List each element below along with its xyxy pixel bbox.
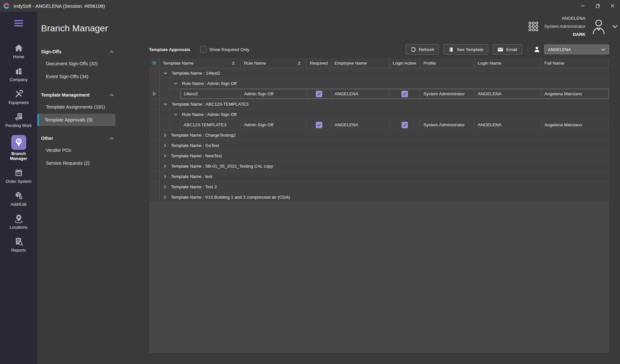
chevron-right-icon[interactable] [163, 164, 167, 168]
grid-empty-area [149, 203, 609, 353]
chevron-right-icon[interactable] [163, 185, 167, 189]
group-row-template-collapsed[interactable]: Template Name : test [149, 172, 609, 182]
column-header-full-name[interactable]: Full Name [541, 58, 609, 68]
group-row-template-collapsed[interactable]: Template Name : GoTest [149, 140, 609, 151]
restore-button[interactable] [590, 0, 605, 12]
cell-login-active[interactable] [390, 89, 420, 99]
cell-login-name[interactable]: ANGELENA [475, 89, 541, 99]
chevron-right-icon[interactable] [163, 195, 167, 199]
group-row-template[interactable]: Template Name : 14test2 [149, 68, 609, 78]
group-row-rule[interactable]: Rule Name : Admin Sign Off [149, 78, 609, 89]
group-row-template[interactable]: Template Name : ABC123-TEMPLATE3 [149, 99, 609, 109]
cell-login-name[interactable]: ANGELENA [475, 120, 541, 130]
chevron-up-icon [109, 94, 114, 97]
hamburger-menu-button[interactable] [0, 20, 37, 26]
email-button[interactable]: Email [493, 44, 522, 55]
data-row[interactable]: ABC123-TEMPLATE3 Admin Sign Off ANGELENA… [149, 120, 609, 130]
grid-options-cell[interactable] [149, 58, 160, 68]
data-row[interactable]: 14test2 Admin Sign Off ANGELENA System A… [149, 89, 609, 99]
sidebar-item-equipment[interactable]: Equipment [0, 87, 37, 107]
app-grid-icon[interactable] [528, 21, 539, 32]
minimize-button[interactable] [575, 0, 590, 12]
sidebar-item-home[interactable]: Home [0, 41, 37, 61]
chevron-right-icon[interactable] [163, 174, 167, 179]
app-logo-icon [3, 3, 10, 9]
svg-text:$: $ [16, 117, 18, 120]
title-bar: IndySoft - ANGELENA (Session: #856108) [0, 0, 620, 12]
template-approvals-toolbar: Template Approvals Show Required Only Re… [149, 44, 609, 55]
column-header-employee-name[interactable]: Employee Name [331, 58, 390, 68]
cell-rule-name[interactable]: Admin Sign Off [241, 120, 307, 130]
group-row-template-collapsed[interactable]: Template Name : NewTest [149, 151, 609, 161]
section-template-management: Template Management Template Assignments… [37, 90, 121, 126]
chevron-down-icon[interactable] [174, 82, 178, 85]
user-name: ANGELENA [561, 14, 585, 22]
section-sign-offs: Sign-Offs Document Sign-Offs (32) Event … [37, 47, 121, 83]
see-template-button[interactable]: See Template [444, 44, 488, 55]
column-header-rule-name[interactable]: Rule Name [241, 58, 307, 68]
checkbox-checked[interactable] [401, 91, 408, 97]
cell-full-name[interactable]: Angelena Marciano [541, 89, 609, 99]
column-header-profile[interactable]: Profile [420, 58, 475, 68]
close-button[interactable] [605, 0, 620, 12]
chevron-down-icon[interactable] [163, 102, 167, 106]
section-header-other[interactable]: Other [37, 133, 121, 143]
nav-item-vendor-pos[interactable]: Vendor POs [37, 144, 115, 156]
chevron-down-icon[interactable] [174, 113, 178, 116]
group-row-template-collapsed[interactable]: Template Name : ChargeTesting2 [149, 130, 609, 140]
cell-template-name[interactable]: 14test2 [180, 89, 241, 99]
column-header-login-active[interactable]: Login Active [390, 58, 420, 68]
sidebar-item-pending-work[interactable]: $ Pending Work [0, 110, 37, 130]
sort-ascending-icon [297, 61, 302, 65]
sidebar-item-locations[interactable]: Locations [0, 212, 37, 232]
home-icon [14, 43, 24, 53]
checkbox-checked[interactable] [401, 122, 408, 128]
user-menu-chevron-icon[interactable] [612, 25, 618, 28]
cell-profile[interactable]: System Administrator [420, 120, 475, 130]
cell-rule-name[interactable]: Admin Sign Off [241, 89, 307, 99]
chevron-right-icon[interactable] [163, 154, 167, 158]
cell-required[interactable] [307, 89, 331, 99]
chevron-down-icon[interactable] [163, 71, 167, 75]
toolbar-divider [528, 44, 528, 55]
nav-item-service-requests[interactable]: Service Requests (2) [37, 157, 115, 169]
checkbox-unchecked[interactable] [200, 46, 207, 53]
sidebar-item-company[interactable]: Company [0, 64, 37, 84]
avatar[interactable] [591, 18, 607, 35]
section-header-template-management[interactable]: Template Management [37, 90, 121, 100]
group-row-rule[interactable]: Rule Name : Admin Sign Off [149, 109, 609, 120]
nav-item-document-sign-offs[interactable]: Document Sign-Offs (32) [37, 57, 115, 70]
cell-employee-name[interactable]: ANGELENA [331, 89, 390, 99]
pending-work-icon: $ [14, 112, 24, 122]
cell-employee-name[interactable]: ANGELENA [331, 120, 390, 130]
section-header-sign-offs[interactable]: Sign-Offs [37, 47, 121, 57]
approver-select[interactable]: ANGELENA [544, 45, 609, 54]
sort-ascending-icon [231, 61, 236, 65]
cell-full-name[interactable]: Angelena Marciano [541, 120, 609, 130]
group-row-template-collapsed[interactable]: Template Name : Test 2 [149, 182, 609, 192]
cell-template-name[interactable]: ABC123-TEMPLATE3 [180, 120, 241, 130]
column-header-login-name[interactable]: Login Name [475, 58, 541, 68]
checkbox-checked[interactable] [316, 91, 322, 97]
show-required-only-checkbox[interactable]: Show Required Only [200, 46, 250, 53]
column-header-required[interactable]: Required [307, 58, 331, 68]
nav-item-template-approvals[interactable]: Template Approvals (9) [37, 114, 115, 126]
cell-login-active[interactable] [390, 120, 420, 130]
nav-item-event-sign-offs[interactable]: Event Sign-Offs (34) [37, 70, 115, 83]
checkbox-checked[interactable] [316, 122, 322, 128]
sidebar-item-add-edit[interactable]: Add/Edit [0, 189, 37, 209]
refresh-button[interactable]: Refresh [406, 44, 439, 55]
group-row-template-collapsed[interactable]: Template Name : V13 Building 1 and 2 com… [149, 192, 609, 203]
cell-profile[interactable]: System Administrator [420, 89, 475, 99]
cell-required[interactable] [307, 120, 331, 130]
column-header-template-name[interactable]: Template Name [160, 58, 241, 68]
sidebar-item-reports[interactable]: Reports [0, 235, 37, 255]
map-pin-icon [14, 214, 24, 224]
sidebar-item-branch-manager[interactable]: Branch Manager [0, 133, 37, 163]
refresh-icon [411, 47, 416, 52]
chevron-right-icon[interactable] [163, 143, 167, 148]
chevron-right-icon[interactable] [163, 133, 167, 137]
nav-item-template-assignments[interactable]: Template Assignments (181) [37, 101, 115, 113]
group-row-template-collapsed[interactable]: Template Name : SB-01_05_2022_Testing CA… [149, 161, 609, 172]
sidebar-item-order-system[interactable]: Order System [0, 166, 37, 186]
